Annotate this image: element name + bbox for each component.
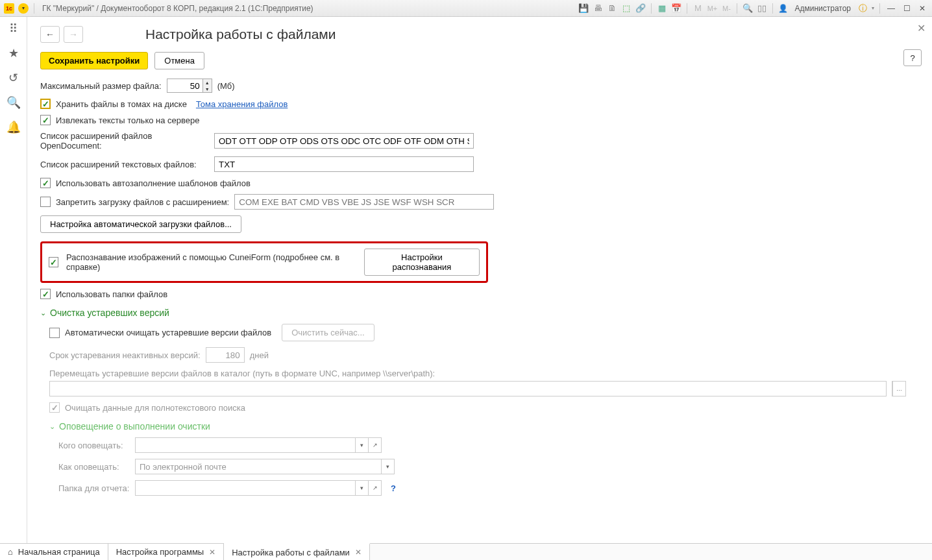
titlebar: 1c ▾ ГК "Меркурий" / Документооборот 8 К… xyxy=(0,0,932,17)
window-title: ГК "Меркурий" / Документооборот 8 КОРП, … xyxy=(42,4,574,13)
user-label: Администратор xyxy=(794,4,851,13)
tab-file-label: Настройка работы с файлами xyxy=(232,548,350,557)
folder-dropdown[interactable]: ▾ xyxy=(355,481,368,495)
folder-help-icon[interactable]: ? xyxy=(391,483,396,493)
age-label: Срок устаревания неактивных версий: xyxy=(49,350,201,360)
who-label: Кого оповещать: xyxy=(58,441,130,450)
tab-program-settings[interactable]: Настройка программы ✕ xyxy=(108,544,225,560)
tab-program-label: Настройка программы xyxy=(116,547,204,557)
tab-close-icon[interactable]: ✕ xyxy=(209,548,215,557)
age-unit: дней xyxy=(250,350,269,360)
max-size-label: Максимальный размер файла: xyxy=(40,81,162,91)
content-area: ✕ ← → Настройка работы с файлами Сохрани… xyxy=(27,17,932,543)
apps-grid-icon[interactable]: ⠿ xyxy=(6,21,21,36)
use-folders-checkbox[interactable] xyxy=(40,289,51,299)
calendar-icon[interactable]: 📅 xyxy=(671,3,681,14)
app-menu-dropdown[interactable]: ▾ xyxy=(18,3,29,14)
close-page-icon[interactable]: ✕ xyxy=(917,22,926,34)
folder-open[interactable]: ↗ xyxy=(368,481,381,495)
preview-icon[interactable]: 🗎 xyxy=(607,3,617,14)
m-minus[interactable]: M- xyxy=(721,3,731,14)
max-size-unit: (Мб) xyxy=(217,81,235,91)
how-value: По электронной почте xyxy=(136,462,381,472)
home-icon: ⌂ xyxy=(8,547,13,557)
search-rail-icon[interactable]: 🔍 xyxy=(6,95,21,110)
fulltext-label: Очищать данные для полнотекстового поиск… xyxy=(65,403,245,413)
panels-icon[interactable]: ▯▯ xyxy=(757,3,767,14)
how-dropdown[interactable]: ▾ xyxy=(381,459,394,474)
m-plus[interactable]: M+ xyxy=(707,3,717,14)
calculator-icon[interactable]: ▦ xyxy=(657,3,667,14)
chevron-down-icon: ⌄ xyxy=(40,309,46,317)
nav-back-button[interactable]: ← xyxy=(40,26,60,43)
save-icon[interactable]: 💾 xyxy=(578,3,589,14)
store-volumes-label: Хранить файлы в томах на диске xyxy=(56,99,187,109)
move-path-browse[interactable]: … xyxy=(892,382,905,396)
how-label: Как оповещать: xyxy=(58,462,130,472)
clean-now-button[interactable]: Очистить сейчас... xyxy=(282,324,374,341)
spinner-up[interactable]: ▲ xyxy=(202,79,212,86)
forbid-label: Запретить загрузку файлов с расширением: xyxy=(56,197,229,207)
use-folders-label: Использовать папки файлов xyxy=(56,289,167,299)
autofill-label: Использовать автозаполнение шаблонов фай… xyxy=(56,178,251,188)
maximize-button[interactable]: ☐ xyxy=(901,3,913,14)
folder-label: Папка для отчета: xyxy=(58,483,130,493)
notifications-bell-icon[interactable]: 🔔 xyxy=(6,119,21,135)
favorites-star-icon[interactable]: ★ xyxy=(6,45,21,61)
ocr-settings-button[interactable]: Настройки распознавания xyxy=(364,249,480,276)
bottom-tabs: ⌂ Начальная страница Настройка программы… xyxy=(0,543,932,560)
compare-icon[interactable]: ⬚ xyxy=(621,3,632,14)
history-icon[interactable]: ↺ xyxy=(6,70,21,86)
txt-ext-input[interactable] xyxy=(214,156,474,172)
notify-header-label: Оповещение о выполнении очистки xyxy=(59,421,210,432)
tab-home-label: Начальная страница xyxy=(18,547,100,557)
forbid-checkbox[interactable] xyxy=(40,197,51,207)
tab-file-settings[interactable]: Настройка работы с файлами ✕ xyxy=(224,543,370,560)
chevron-down-icon: ⌄ xyxy=(49,422,55,431)
fulltext-checkbox[interactable] xyxy=(49,402,60,413)
cancel-button[interactable]: Отмена xyxy=(154,52,204,69)
auto-clean-checkbox[interactable] xyxy=(49,328,60,338)
close-window-button[interactable]: ✕ xyxy=(916,3,928,14)
forbid-input[interactable] xyxy=(234,194,494,210)
store-volumes-checkbox[interactable] xyxy=(40,99,51,109)
autoload-settings-button[interactable]: Настройка автоматической загрузки файлов… xyxy=(40,215,241,233)
who-open[interactable]: ↗ xyxy=(368,438,381,452)
volumes-link[interactable]: Тома хранения файлов xyxy=(196,99,288,109)
nav-forward-button[interactable]: → xyxy=(64,26,83,43)
page-title: Настройка работы с файлами xyxy=(145,27,336,42)
notify-section-header[interactable]: ⌄ Оповещение о выполнении очистки xyxy=(49,421,919,432)
move-path-input[interactable] xyxy=(49,381,887,396)
cleanup-header-label: Очистка устаревших версий xyxy=(50,308,169,318)
autofill-checkbox[interactable] xyxy=(40,178,51,188)
m-memory[interactable]: M xyxy=(693,3,703,14)
zoom-icon[interactable]: 🔍 xyxy=(742,3,753,14)
link-icon[interactable]: 🔗 xyxy=(635,3,646,14)
age-input[interactable] xyxy=(206,347,245,363)
who-dropdown[interactable]: ▾ xyxy=(355,438,368,452)
ocr-highlight-box: Распознавание изображений с помощью Cune… xyxy=(40,241,488,283)
info-icon[interactable]: ⓘ xyxy=(857,3,868,14)
cleanup-section-header[interactable]: ⌄ Очистка устаревших версий xyxy=(40,308,919,318)
help-button[interactable]: ? xyxy=(903,49,922,66)
auto-clean-label: Автоматически очищать устаревшие версии … xyxy=(65,328,271,337)
od-ext-label: Список расширений файлов OpenDocument: xyxy=(40,131,209,151)
ocr-label: Распознавание изображений с помощью Cune… xyxy=(66,252,356,272)
extract-server-checkbox[interactable] xyxy=(40,115,51,125)
minimize-button[interactable]: — xyxy=(885,3,897,14)
tab-close-icon[interactable]: ✕ xyxy=(355,548,362,557)
move-label: Перемещать устаревшие версии файлов в ка… xyxy=(49,369,919,378)
save-settings-button[interactable]: Сохранить настройки xyxy=(40,52,148,69)
logo-1c-icon: 1c xyxy=(4,3,14,14)
od-ext-input[interactable] xyxy=(214,133,474,149)
print-icon[interactable]: 🖶 xyxy=(593,3,603,14)
left-rail: ⠿ ★ ↺ 🔍 🔔 xyxy=(0,17,27,543)
ocr-checkbox[interactable] xyxy=(49,257,58,267)
extract-server-label: Извлекать тексты только на сервере xyxy=(56,116,199,125)
spinner-down[interactable]: ▼ xyxy=(202,86,212,92)
txt-ext-label: Список расширений текстовых файлов: xyxy=(40,160,209,169)
tab-home[interactable]: ⌂ Начальная страница xyxy=(0,544,108,560)
